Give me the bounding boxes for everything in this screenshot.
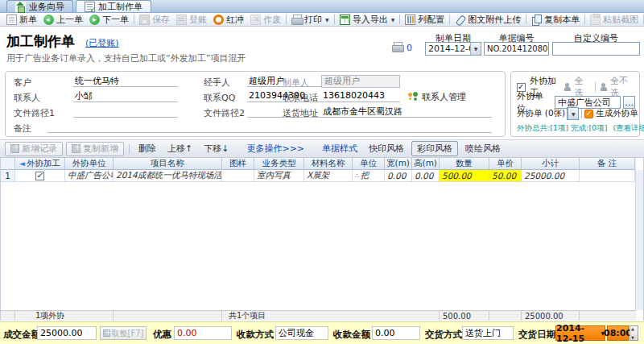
save-button[interactable]: 保存 (136, 13, 173, 26)
red-flush-button[interactable]: 红冲 (210, 13, 247, 26)
col-width[interactable]: 宽(m) (385, 158, 412, 170)
clipboard-icon (590, 15, 601, 25)
col-remark[interactable]: 备 注 (580, 158, 635, 170)
print-button[interactable]: 打印▼ (288, 13, 332, 26)
pay-method-field[interactable]: 公司现金 (275, 326, 328, 340)
discount-field[interactable]: 0.00 (174, 326, 232, 340)
row-outsource-unit-cell[interactable]: 中盛广告公司 (65, 170, 114, 182)
vertical-scrollbar[interactable] (635, 170, 643, 310)
delivery-method-field[interactable]: 送货上门 (462, 326, 514, 340)
dropdown-arrow-icon[interactable]: ▼ (568, 108, 578, 119)
printer-icon[interactable] (392, 42, 402, 52)
row-number[interactable]: 1 (1, 170, 15, 182)
view-detail-link[interactable]: (查看详细) (613, 123, 644, 132)
dropdown-arrow-icon: ▼ (325, 17, 329, 23)
col-outsource-unit[interactable]: 外协单位 (65, 158, 114, 170)
row-qty-cell[interactable]: 500.00 (440, 170, 489, 182)
custom-no-field[interactable] (552, 42, 640, 56)
new-doc-button[interactable]: 新单 (3, 13, 40, 26)
row-price-cell[interactable]: 50.00 (489, 170, 522, 182)
col-qty[interactable]: 数量 (440, 158, 489, 170)
contact-manager-button[interactable]: 联系人管理 (408, 91, 466, 103)
summary-qty-total: 500.00 (440, 311, 489, 321)
time-spinner[interactable] (630, 325, 638, 341)
summary-project-count: 共1个项目 (222, 311, 440, 321)
void-button[interactable]: 作废 (247, 13, 284, 26)
dropdown-arrow-icon: ▼ (391, 17, 395, 23)
column-config-button[interactable]: 列配置 (402, 13, 448, 26)
make-date-combo[interactable]: 2014-12-08 ▼ (425, 42, 481, 56)
file-path1-field[interactable] (73, 106, 178, 118)
delivery-method-label: 交货方式 (425, 329, 462, 341)
doc-style-button[interactable]: 单据样式 (318, 143, 361, 155)
delivery-date-label: 交货日期 (518, 329, 555, 341)
tab-business-wizard[interactable]: 业务向导 (6, 0, 73, 12)
customer-field[interactable]: 统一优马特 (73, 75, 178, 87)
doc-no-field[interactable]: NO.201412080001 (484, 42, 549, 56)
delete-row-button[interactable]: 删除 (134, 143, 160, 155)
paperclip-icon (455, 15, 465, 25)
style-inkjet-button[interactable]: 喷绘风格 (461, 143, 505, 155)
tab-processing-order[interactable]: 加工制作单 (76, 0, 151, 12)
prev-doc-button[interactable]: 上一单 (40, 13, 86, 26)
page-subtitle: 用于广告业务订单录入，支持自已加工或“外发加工”项目混开 (6, 52, 246, 64)
copy-doc-button[interactable]: 复制本单 (528, 13, 583, 26)
copy-add-button[interactable]: 复制新增 (66, 142, 124, 156)
dropdown-arrow-icon[interactable]: ▼ (470, 43, 481, 55)
move-down-button[interactable]: 下移↓ (200, 143, 233, 155)
row-remark-cell[interactable] (580, 170, 635, 182)
separator (581, 109, 582, 118)
row-outsource-checkbox[interactable] (35, 172, 44, 180)
delivery-time-field[interactable]: 08:00 (607, 325, 629, 341)
received-label: 收款金额 (333, 329, 370, 341)
style-quick-print-button[interactable]: 快印风格 (365, 143, 408, 155)
col-subtotal[interactable]: 小计 (522, 158, 580, 170)
pay-method-label: 收款方式 (237, 329, 274, 341)
deal-amount-field[interactable]: 25000.00 (37, 326, 97, 340)
row-height-cell[interactable]: 0.00 (412, 170, 440, 182)
row-width-cell[interactable]: 0.00 (385, 170, 412, 182)
received-field[interactable]: 0.00 (372, 326, 420, 340)
col-project-name[interactable]: 项目名称 (114, 158, 222, 170)
row-pattern-cell[interactable] (222, 170, 254, 182)
col-material[interactable]: 材料名称 (304, 158, 353, 170)
paste-screenshot-button[interactable]: 粘贴截图 (587, 13, 642, 26)
move-up-button[interactable]: 上移↑ (163, 143, 196, 155)
round-button[interactable]: 取整[F7] (100, 326, 147, 340)
delivery-date-picker[interactable]: 2014-12-15 ▼ (555, 325, 605, 341)
col-unit[interactable]: 单位 (353, 158, 385, 170)
row-business-type-cell[interactable]: 室内写真 (254, 170, 304, 182)
toolbar-separator (134, 15, 134, 24)
row-number-header[interactable] (1, 158, 15, 170)
posted-status-link[interactable]: (已登账) (85, 37, 119, 49)
contact-field[interactable]: 小邹 (73, 90, 178, 102)
row-unit-cell[interactable]: ∴把 (353, 170, 385, 182)
row-material-cell[interactable]: X展架 (304, 170, 353, 182)
row-subtotal-cell[interactable]: 25000.00 (522, 170, 580, 182)
add-record-button[interactable]: 新增记录 (5, 142, 63, 156)
attachment-upload-button[interactable]: 图文附件上传 (452, 13, 524, 26)
ledger-icon (176, 15, 187, 25)
import-export-button[interactable]: 导入导出▼ (336, 13, 398, 26)
col-outsource[interactable]: ◄外协加工 (15, 158, 65, 170)
post-account-button[interactable]: 登账 (173, 13, 210, 26)
phone-field[interactable]: 13618020443 (321, 90, 400, 102)
more-operations-button[interactable]: 更多操作>>> (242, 143, 308, 155)
outsource-sheet-combo[interactable]: ▼ (567, 107, 579, 120)
page-title: 加工制作单 (6, 32, 75, 51)
form-icon (85, 2, 95, 12)
creator-label: 制单人 (283, 77, 309, 89)
generate-outsource-checkbox[interactable] (584, 110, 593, 118)
col-height[interactable]: 高(m) (412, 158, 440, 170)
row-outsource-cell[interactable] (15, 170, 65, 182)
customer-info-panel: 客户 统一优马特 经手人 超级用户 制单人 超级用户 联系人 小邹 联系QQ 2… (5, 71, 506, 137)
col-pattern[interactable]: 图样 (222, 158, 254, 170)
col-business-type[interactable]: 业务类型 (254, 158, 304, 170)
add-record-icon (10, 144, 19, 153)
next-doc-button[interactable]: 下一单 (86, 13, 132, 26)
remark-field[interactable] (47, 121, 492, 133)
address-field[interactable]: 成都市金牛区蜀汉路 (321, 106, 492, 118)
col-price[interactable]: 单价 (489, 158, 522, 170)
row-project-cell[interactable]: 2014成都统一优马特现场活动 (114, 170, 222, 182)
style-color-print-button[interactable]: 彩印风格 (411, 141, 458, 156)
